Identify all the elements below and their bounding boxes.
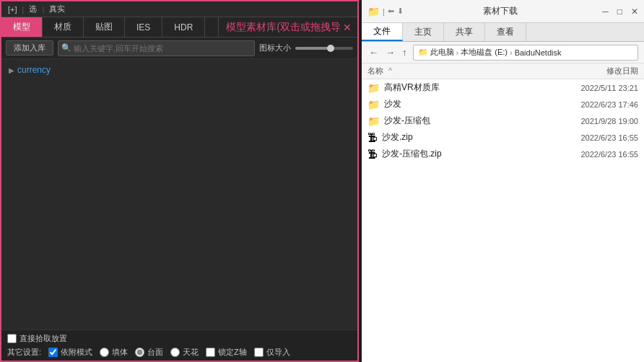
col-name-header: 名称 ^ xyxy=(367,66,544,76)
explorer-header: 📁 | ⬅ ⬇ 素材下载 ─ □ ✕ xyxy=(362,0,644,23)
other-options-label: 其它设置: xyxy=(7,347,41,358)
folder-icon-2: 📁 xyxy=(367,115,380,127)
surface-label: 台面 xyxy=(147,347,163,358)
tree-item-label: currency xyxy=(17,65,51,75)
file-item[interactable]: 📁 沙发 2022/6/23 17:46 xyxy=(362,96,644,112)
bottom-options: 直接拾取放置 其它设置: 依附模式 填体 台面 天花 xyxy=(1,330,357,361)
folder-small-icon: 📁 xyxy=(418,48,428,57)
path-pc: 此电脑 xyxy=(430,47,454,58)
direct-pickup-label: 直接拾取放置 xyxy=(19,333,67,344)
plus-btn[interactable]: [+] xyxy=(6,4,19,14)
forward-button[interactable]: → xyxy=(384,45,396,59)
file-date-1: 2022/6/23 17:46 xyxy=(544,100,638,109)
file-item[interactable]: 🗜 沙发.zip 2022/6/23 16:55 xyxy=(362,129,644,146)
file-date-3: 2022/6/23 16:55 xyxy=(544,133,638,142)
ribbon-tabs: 文件 主页 共享 查看 xyxy=(362,23,644,42)
address-path[interactable]: 📁 此电脑 › 本地磁盘 (E:) › BaiduNetdisk xyxy=(413,45,639,61)
right-panel: 📁 | ⬅ ⬇ 素材下载 ─ □ ✕ 文件 主页 共享 查看 ← → ↑ 📁 此… xyxy=(362,0,644,362)
tree-arrow-icon: ▶ xyxy=(9,66,14,74)
real-btn[interactable]: 真实 xyxy=(47,3,67,15)
ribbon-tab-view[interactable]: 查看 xyxy=(485,23,526,41)
surface-radio[interactable] xyxy=(135,348,144,357)
content-area[interactable]: ▶ currency xyxy=(1,59,357,330)
file-item[interactable]: 📁 沙发-压缩包 2021/9/28 19:00 xyxy=(362,112,644,129)
import-only-label: 仅导入 xyxy=(266,347,290,358)
icon-size-slider[interactable] xyxy=(295,47,353,50)
icon-size-label: 图标大小 xyxy=(259,43,291,53)
toolbar-icon-down: ⬇ xyxy=(397,6,404,16)
attach-mode-group: 依附模式 xyxy=(48,347,92,358)
search-icon: 🔍 xyxy=(61,43,71,53)
zip-icon-4: 🗜 xyxy=(367,149,378,160)
lock-z-group: 锁定Z轴 xyxy=(206,347,247,358)
surface-radio-group: 台面 xyxy=(135,347,163,358)
folder-icon: 📁 xyxy=(367,6,380,17)
explorer-title: 素材下载 xyxy=(483,5,518,17)
address-bar: ← → ↑ 📁 此电脑 › 本地磁盘 (E:) › BaiduNetdisk xyxy=(362,42,644,63)
ceiling-radio-group: 天花 xyxy=(170,347,199,358)
ceiling-label: 天花 xyxy=(183,347,199,358)
toolbar: 添加入库 🔍 图标大小 xyxy=(1,37,357,59)
tab-ies[interactable]: IES xyxy=(125,17,162,37)
path-sep1: › xyxy=(456,48,459,57)
search-box: 🔍 xyxy=(58,40,255,56)
file-item[interactable]: 📁 高精VR材质库 2022/5/11 23:21 xyxy=(362,79,644,96)
fill-label: 填体 xyxy=(112,347,128,358)
file-item[interactable]: 🗜 沙发-压缩包.zip 2022/6/23 16:55 xyxy=(362,146,644,162)
path-disk: 本地磁盘 (E:) xyxy=(461,47,508,58)
direct-pickup-checkbox[interactable] xyxy=(7,334,17,343)
close-icon[interactable]: ✕ xyxy=(343,22,352,33)
folder-icon-1: 📁 xyxy=(367,99,380,110)
path-sep2: › xyxy=(510,48,513,57)
file-list[interactable]: 📁 高精VR材质库 2022/5/11 23:21 📁 沙发 2022/6/23… xyxy=(362,79,644,362)
ceiling-radio[interactable] xyxy=(170,348,180,357)
fill-radio[interactable] xyxy=(100,348,109,357)
maximize-icon[interactable]: □ xyxy=(617,6,622,17)
tab-material[interactable]: 材质 xyxy=(43,17,84,37)
tab-hdr[interactable]: HDR xyxy=(162,17,205,37)
tab-library-label: 模型素材库(双击或拖拽导 xyxy=(226,21,341,34)
other-options-row: 其它设置: 依附模式 填体 台面 天花 xyxy=(7,347,352,358)
file-name-1: 沙发 xyxy=(384,98,540,110)
tree-item-currency[interactable]: ▶ currency xyxy=(6,63,353,76)
file-name-4: 沙发-压缩包.zip xyxy=(382,148,540,160)
lock-z-label: 锁定Z轴 xyxy=(218,347,247,358)
ribbon-tab-file[interactable]: 文件 xyxy=(362,23,403,41)
file-name-2: 沙发-压缩包 xyxy=(384,115,540,127)
select-btn[interactable]: 选 xyxy=(27,3,39,15)
import-only-group: 仅导入 xyxy=(254,347,290,358)
slider-fill xyxy=(295,47,331,50)
back-button[interactable]: ← xyxy=(367,45,380,59)
file-date-2: 2021/9/28 19:00 xyxy=(544,117,638,125)
close-window-icon[interactable]: ✕ xyxy=(631,6,638,17)
slider-thumb xyxy=(327,45,334,52)
fill-radio-group: 填体 xyxy=(100,347,128,358)
left-panel: [+] | 选 | 真实 模型 材质 贴图 IES HDR 模型素材库(双击或拖… xyxy=(0,0,359,362)
sep1: | xyxy=(22,5,25,14)
tab-texture[interactable]: 贴图 xyxy=(84,17,125,37)
tab-library[interactable]: 模型素材库(双击或拖拽导 ✕ xyxy=(218,17,357,37)
attach-mode-label: 依附模式 xyxy=(61,347,92,358)
ribbon-tab-share[interactable]: 共享 xyxy=(444,23,485,41)
tab-model[interactable]: 模型 xyxy=(1,17,43,37)
file-date-4: 2022/6/23 16:55 xyxy=(544,150,638,159)
minimize-icon[interactable]: ─ xyxy=(602,6,609,17)
sep2: | xyxy=(42,5,44,14)
file-name-0: 高精VR材质库 xyxy=(384,81,540,94)
tabs-row: 模型 材质 贴图 IES HDR 模型素材库(双击或拖拽导 ✕ xyxy=(1,17,357,37)
direct-pickup-row: 直接拾取放置 xyxy=(7,333,352,344)
add-to-library-button[interactable]: 添加入库 xyxy=(6,40,53,56)
toolbar-icon-back: | xyxy=(383,7,385,16)
ribbon-tab-home[interactable]: 主页 xyxy=(403,23,444,41)
up-button[interactable]: ↑ xyxy=(401,45,409,59)
folder-icon-0: 📁 xyxy=(367,82,380,94)
search-input[interactable] xyxy=(74,44,251,53)
lock-z-checkbox[interactable] xyxy=(206,348,215,357)
col-header: 名称 ^ 修改日期 xyxy=(362,63,644,79)
attach-mode-checkbox[interactable] xyxy=(48,348,58,357)
file-name-3: 沙发.zip xyxy=(382,131,540,144)
import-only-checkbox[interactable] xyxy=(254,348,264,357)
path-folder: BaiduNetdisk xyxy=(515,48,562,57)
top-bar: [+] | 选 | 真实 xyxy=(1,1,357,17)
zip-icon-3: 🗜 xyxy=(367,132,378,144)
